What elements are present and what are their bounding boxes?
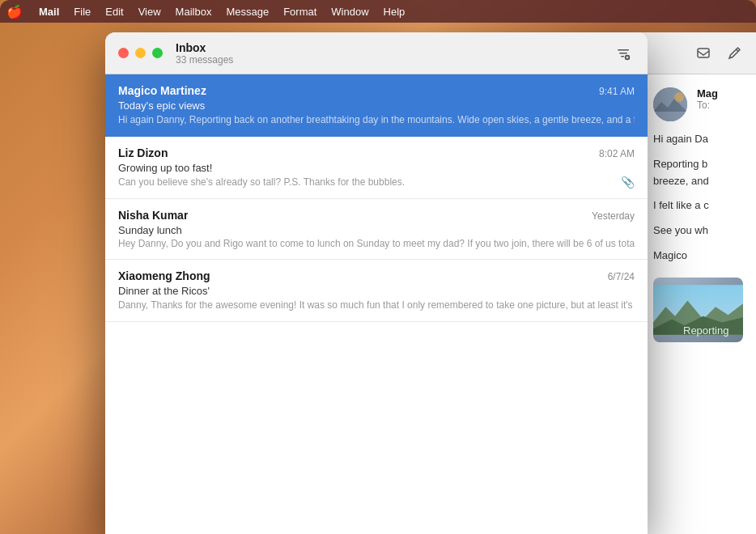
menubar-format[interactable]: Format (277, 4, 323, 19)
minimize-button[interactable] (135, 48, 146, 58)
message-preview-text-4: Danny, Thanks for the awesome evening! I… (118, 299, 635, 311)
detail-header (640, 32, 756, 74)
detail-meta: Mag To: (697, 87, 743, 111)
message-list[interactable]: Magico Martinez 9:41 AM Today's epic vie… (105, 74, 648, 534)
body-signature: Magico (653, 248, 743, 265)
message-sender-2: Liz Dizon (118, 146, 168, 159)
window-title-text: Inbox (176, 41, 612, 54)
message-preview-1: Hi again Danny, Reporting back on anothe… (118, 113, 635, 126)
message-preview-4: Danny, Thanks for the awesome evening! I… (118, 299, 635, 312)
message-subject-1: Today's epic views (118, 100, 635, 112)
message-sender-1: Magico Martinez (118, 84, 206, 97)
menubar-mailbox[interactable]: Mailbox (169, 4, 219, 19)
message-header-4: Xiaomeng Zhong 6/7/24 (118, 269, 635, 282)
menubar-items: Mail File Edit View Mailbox Message Form… (32, 4, 411, 19)
message-preview-text-1: Hi again Danny, Reporting back on anothe… (118, 114, 635, 125)
message-time-4: 6/7/24 (608, 271, 635, 282)
detail-body: Hi again Da Reporting bbreeze, and I fel… (653, 131, 743, 265)
message-item[interactable]: Magico Martinez 9:41 AM Today's epic vie… (105, 74, 648, 137)
message-time-1: 9:41 AM (599, 86, 635, 97)
menubar-mail[interactable]: Mail (32, 4, 66, 19)
message-time-3: Yesterday (592, 210, 635, 222)
attachment-icon-2: 📎 (621, 176, 635, 189)
menubar-message[interactable]: Message (219, 4, 275, 19)
message-item[interactable]: Xiaomeng Zhong 6/7/24 Dinner at the Rico… (105, 260, 648, 322)
svg-point-2 (674, 92, 684, 102)
message-preview-text-2: Can you believe she's already so tall? P… (118, 176, 405, 188)
window-title: Inbox 33 messages (176, 41, 612, 66)
menubar-edit[interactable]: Edit (99, 4, 130, 19)
detail-to-label: To: (697, 100, 743, 111)
message-header-2: Liz Dizon 8:02 AM (118, 146, 635, 159)
body-line-1: Hi again Da (653, 131, 743, 148)
message-header-1: Magico Martinez 9:41 AM (118, 84, 635, 97)
svg-rect-4 (618, 49, 629, 51)
sender-avatar (653, 87, 687, 121)
message-preview-2: Can you believe she's already so tall? P… (118, 176, 635, 189)
message-preview-3: Hey Danny, Do you and Rigo want to come … (118, 238, 635, 249)
maximize-button[interactable] (152, 48, 163, 58)
message-subject-3: Sunday lunch (118, 224, 635, 236)
new-message-icon[interactable] (722, 41, 746, 66)
menubar: 🍎 Mail File Edit View Mailbox Message Fo… (0, 0, 756, 23)
message-preview-text-3: Hey Danny, Do you and Rigo want to come … (118, 238, 635, 249)
window-toolbar-icons (612, 42, 635, 65)
body-line-4: See you wh (653, 222, 743, 239)
message-item[interactable]: Liz Dizon 8:02 AM Growing up too fast! C… (105, 137, 648, 199)
window-titlebar: Inbox 33 messages (105, 32, 648, 74)
apple-menu[interactable]: 🍎 (6, 4, 23, 19)
menubar-view[interactable]: View (132, 4, 168, 19)
message-sender-4: Xiaomeng Zhong (118, 269, 210, 282)
detail-panel: Mag To: Hi again Da Reporting bbreeze, a… (639, 32, 756, 534)
detail-content: Mag To: Hi again Da Reporting bbreeze, a… (640, 74, 756, 534)
message-sender-3: Nisha Kumar (118, 209, 188, 222)
menubar-window[interactable]: Window (325, 4, 375, 19)
compose-icon[interactable] (691, 41, 716, 66)
body-line-2: Reporting bbreeze, and (653, 156, 743, 190)
mail-window: Inbox 33 messages Magico Martinez 9:41 A… (105, 32, 648, 534)
menubar-help[interactable]: Help (377, 4, 412, 19)
svg-rect-0 (698, 49, 709, 57)
reporting-label: Reporting (683, 324, 756, 337)
window-subtitle: 33 messages (176, 54, 612, 66)
message-item[interactable]: Nisha Kumar Yesterday Sunday lunch Hey D… (105, 199, 648, 260)
filter-icon[interactable] (612, 42, 635, 65)
svg-rect-5 (619, 53, 627, 54)
detail-sender-name: Mag (697, 87, 743, 100)
message-header-3: Nisha Kumar Yesterday (118, 209, 635, 222)
detail-sender-row: Mag To: (653, 87, 743, 121)
traffic-lights (118, 48, 163, 58)
close-button[interactable] (118, 48, 129, 58)
menubar-file[interactable]: File (67, 4, 97, 19)
body-line-3: I felt like a c (653, 197, 743, 214)
message-subject-2: Growing up too fast! (118, 162, 635, 174)
message-subject-4: Dinner at the Ricos' (118, 285, 635, 297)
message-time-2: 8:02 AM (599, 148, 635, 159)
avatar-placeholder (653, 87, 687, 121)
